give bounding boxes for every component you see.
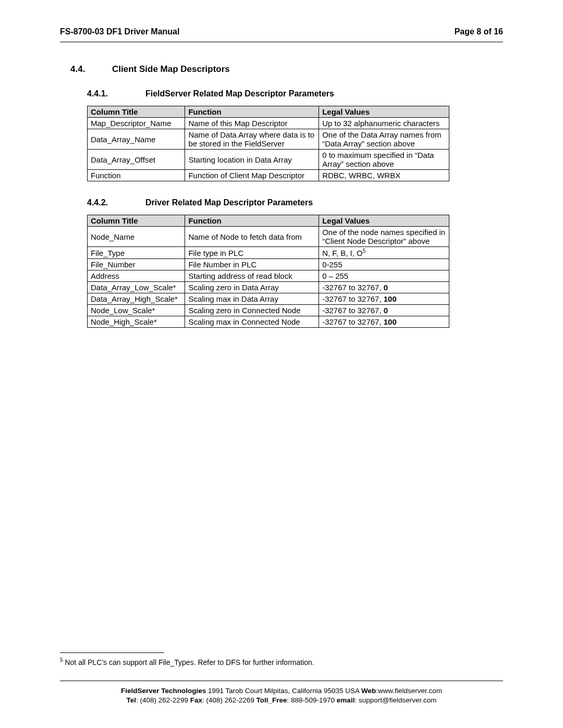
footer-fax: : (408) 262-2269 — [202, 696, 256, 704]
th-column-title: Column Title — [88, 215, 185, 227]
cell: File Number in PLC — [185, 259, 319, 270]
footer-email: : support@fieldserver.com — [354, 696, 436, 704]
section-442-heading: 4.4.2. Driver Related Map Descriptor Par… — [87, 198, 503, 207]
page: FS-8700-03 DF1 Driver Manual Page 8 of 1… — [0, 0, 563, 728]
cell-text: -32767 to 32767, — [322, 306, 384, 315]
cell: Data_Array_Low_Scale* — [88, 282, 185, 293]
footer-rule — [60, 681, 503, 681]
page-footer: FieldServer Technologies 1991 Tarob Cour… — [60, 686, 503, 705]
footer-tel-label: Tel — [127, 696, 137, 704]
footer-toll-label: Toll_Free — [256, 696, 287, 704]
cell-text: -32767 to 32767, — [322, 317, 384, 326]
cell: Function of Client Map Descriptor — [185, 170, 319, 181]
table-row: Address Starting address of read block 0… — [88, 270, 449, 282]
footer-web: :www.fieldserver.com — [376, 687, 442, 695]
table-row: Map_Descriptor_Name Name of this Map Des… — [88, 118, 449, 129]
table-row: Node_High_Scale* Scaling max in Connecte… — [88, 316, 449, 328]
cell: Starting address of read block — [185, 270, 319, 282]
cell: Name of this Map Descriptor — [185, 118, 319, 129]
cell: Starting location in Data Array — [185, 150, 319, 170]
cell: One of the node names specified in “Clie… — [319, 227, 449, 247]
cell-text: N, F, B, I, O — [322, 249, 363, 257]
cell: Node_High_Scale* — [88, 316, 185, 328]
cell: Data_Array_High_Scale* — [88, 293, 185, 305]
cell: One of the Data Array names from “Data A… — [319, 129, 449, 150]
header-left: FS-8700-03 DF1 Driver Manual — [60, 27, 179, 36]
table-441: Column Title Function Legal Values Map_D… — [87, 106, 449, 181]
th-legal-values: Legal Values — [319, 106, 449, 118]
cell-text: -32767 to 32767, — [322, 283, 384, 292]
table-442: Column Title Function Legal Values Node_… — [87, 215, 449, 328]
cell: Up to 32 alphanumeric characters — [319, 118, 449, 129]
table-row: File_Number File Number in PLC 0-255 — [88, 259, 449, 270]
cell-default-value: 100 — [384, 317, 397, 326]
cell: File type in PLC — [185, 247, 319, 259]
footnote-rule — [60, 652, 164, 653]
cell-default-value: 0 — [384, 283, 388, 292]
cell: Scaling zero in Data Array — [185, 282, 319, 293]
table-row: Data_Array_Offset Starting location in D… — [88, 150, 449, 170]
table-row: Node_Name Name of Node to fetch data fro… — [88, 227, 449, 247]
th-function: Function — [185, 106, 319, 118]
th-column-title: Column Title — [88, 106, 185, 118]
footer-fax-label: Fax — [190, 696, 202, 704]
section-441-heading: 4.4.1. FieldServer Related Map Descripto… — [87, 89, 503, 98]
section-44-number: 4.4. — [70, 64, 112, 75]
footer-tel: : (408) 262-2299 — [136, 696, 190, 704]
cell-text: -32767 to 32767, — [322, 294, 384, 303]
section-441-number: 4.4.1. — [87, 89, 145, 98]
footnote-marker: 5 — [363, 248, 366, 254]
cell: Name of Data Array where data is to be s… — [185, 129, 319, 150]
table-row: Data_Array_Low_Scale* Scaling zero in Da… — [88, 282, 449, 293]
footer-company: FieldServer Technologies — [121, 687, 206, 695]
cell: Map_Descriptor_Name — [88, 118, 185, 129]
cell: Scaling max in Connected Node — [185, 316, 319, 328]
footnote-text: Not all PLC’s can support all File_Types… — [63, 658, 314, 667]
cell: Data_Array_Name — [88, 129, 185, 150]
cell: -32767 to 32767, 0 — [319, 282, 449, 293]
footer-address: 1991 Tarob Court Milpitas, California 95… — [206, 687, 361, 695]
table-row: Function Function of Client Map Descript… — [88, 170, 449, 181]
table-row: Data_Array_Name Name of Data Array where… — [88, 129, 449, 150]
cell: 0 – 255 — [319, 270, 449, 282]
cell: Scaling max in Data Array — [185, 293, 319, 305]
footer-web-label: Web — [361, 687, 376, 695]
cell: File_Number — [88, 259, 185, 270]
cell: Scaling zero in Connected Node — [185, 305, 319, 316]
cell: Node_Name — [88, 227, 185, 247]
cell: 0 to maximum specified in “Data Array” s… — [319, 150, 449, 170]
cell: Data_Array_Offset — [88, 150, 185, 170]
cell-default-value: 0 — [384, 306, 388, 315]
header-right: Page 8 of 16 — [455, 27, 503, 36]
cell: Name of Node to fetch data from — [185, 227, 319, 247]
section-441-title: FieldServer Related Map Descriptor Param… — [145, 89, 334, 98]
cell: Function — [88, 170, 185, 181]
section-44-heading: 4.4. Client Side Map Descriptors — [70, 64, 503, 75]
cell: -32767 to 32767, 0 — [319, 305, 449, 316]
table-row: Node_Low_Scale* Scaling zero in Connecte… — [88, 305, 449, 316]
section-442-title: Driver Related Map Descriptor Parameters — [145, 198, 313, 207]
page-header: FS-8700-03 DF1 Driver Manual Page 8 of 1… — [60, 27, 503, 42]
table-header-row: Column Title Function Legal Values — [88, 106, 449, 118]
cell: File_Type — [88, 247, 185, 259]
cell: RDBC, WRBC, WRBX — [319, 170, 449, 181]
footer-email-label: email — [337, 696, 355, 704]
th-function: Function — [185, 215, 319, 227]
cell: Address — [88, 270, 185, 282]
cell: -32767 to 32767, 100 — [319, 316, 449, 328]
th-legal-values: Legal Values — [319, 215, 449, 227]
cell: 0-255 — [319, 259, 449, 270]
cell: N, F, B, I, O5 — [319, 247, 449, 259]
cell: -32767 to 32767, 100 — [319, 293, 449, 305]
cell-default-value: 100 — [384, 294, 397, 303]
section-442-number: 4.4.2. — [87, 198, 145, 207]
table-row: Data_Array_High_Scale* Scaling max in Da… — [88, 293, 449, 305]
footnote: 5 Not all PLC’s can support all File_Typ… — [60, 657, 314, 667]
section-44-title: Client Side Map Descriptors — [112, 64, 230, 75]
footer-toll: : 888-509-1970 — [287, 696, 337, 704]
cell: Node_Low_Scale* — [88, 305, 185, 316]
table-header-row: Column Title Function Legal Values — [88, 215, 449, 227]
table-row: File_Type File type in PLC N, F, B, I, O… — [88, 247, 449, 259]
